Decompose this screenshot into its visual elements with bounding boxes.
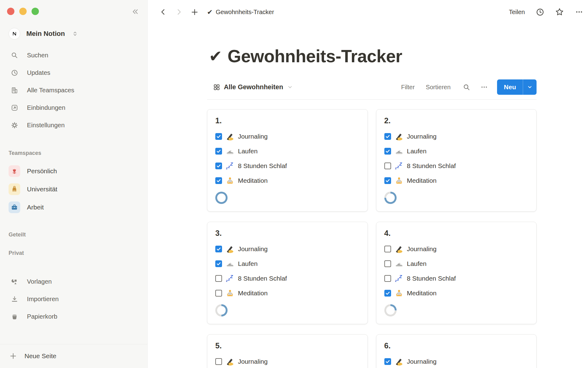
sidebar-item-universitaet[interactable]: Universität [5,181,142,197]
new-entry-split-button: Neu [497,79,537,95]
topbar: ✔ Gewohnheits-Tracker Teilen [148,0,588,24]
habit-checkbox[interactable] [384,246,391,252]
sidebar-item-einstellungen[interactable]: Einstellungen [5,117,142,133]
card-title[interactable]: 2. [384,116,529,126]
cards-grid: 1.JournalingLaufen8 Stunden SchlafMedita… [207,109,537,368]
sidebar-item-label: Updates [27,69,50,76]
card-title[interactable]: 1. [215,116,360,126]
close-window-button[interactable] [7,8,14,15]
writing-hand-icon [226,132,234,140]
updates-clock-button[interactable] [535,7,545,17]
habit-row: Laufen [384,144,529,159]
habit-checkbox[interactable] [215,275,222,282]
habit-checkbox[interactable] [215,133,222,140]
tulip-icon [9,165,20,177]
habit-checkbox[interactable] [384,133,391,140]
toolbar-divider [207,99,537,100]
teamspace-label: Universität [27,186,57,193]
sidebar-item-arbeit[interactable]: Arbeit [5,199,142,216]
habit-checkbox[interactable] [384,358,391,365]
new-entry-dropdown-button[interactable] [523,79,537,95]
sidebar: Mein Notion Suchen Updates [0,0,148,368]
sidebar-item-papierkorb[interactable]: Papierkorb [5,309,142,324]
double-chevron-left-icon [130,7,140,16]
habit-checkbox[interactable] [384,163,391,169]
window-controls [7,8,39,15]
sidebar-item-label: Suchen [27,52,48,59]
habit-checkbox[interactable] [384,177,391,184]
habit-row: 8 Stunden Schlaf [384,271,529,286]
sidebar-item-suchen[interactable]: Suchen [5,47,142,63]
habit-card[interactable]: 1.JournalingLaufen8 Stunden SchlafMedita… [207,109,368,212]
progress-ring-icon [215,304,228,316]
new-entry-button[interactable]: Neu [497,79,523,95]
habit-label: Meditation [407,177,437,184]
card-title[interactable]: 6. [384,341,529,351]
private-section-header[interactable]: Privat [9,250,142,257]
habit-card[interactable]: 5.JournalingLaufen8 Stunden SchlafMedita… [207,334,368,368]
add-page-button[interactable] [190,7,199,17]
habit-checkbox[interactable] [384,275,391,282]
favorite-star-button[interactable] [555,7,564,17]
view-selector[interactable]: Alle Gewohnheiten [213,83,293,91]
database-more-options-button[interactable] [479,82,489,92]
habit-row: Laufen [215,144,360,159]
minimize-window-button[interactable] [19,8,27,15]
share-button[interactable]: Teilen [509,9,525,16]
forward-button[interactable] [174,7,183,17]
card-title[interactable]: 3. [215,229,360,239]
chevron-down-icon [527,84,533,90]
breadcrumb[interactable]: ✔ Gewohnheits-Tracker [205,7,277,17]
habit-row: Journaling [215,242,360,256]
page-content: ✔ Gewohnheits-Tracker Alle Gewohnheiten [207,24,537,368]
sidebar-item-einbindungen[interactable]: Einbindungen [5,100,142,116]
habit-checkbox[interactable] [215,177,222,184]
backpack-icon [9,183,20,195]
workspace-switcher[interactable]: Mein Notion [5,27,142,40]
back-button[interactable] [159,7,168,17]
habit-label: Journaling [238,245,268,253]
habit-checkbox[interactable] [215,358,222,365]
habit-checkbox[interactable] [384,260,391,267]
habit-row: Journaling [384,242,529,256]
habit-checkbox[interactable] [215,246,222,252]
running-shoe-icon [226,260,234,268]
sidebar-item-alle-teamspaces[interactable]: Alle Teamspaces [5,82,142,98]
habit-checkbox[interactable] [384,290,391,297]
habit-checkbox[interactable] [215,260,222,267]
habit-checkbox[interactable] [215,148,222,155]
more-options-button[interactable] [575,7,584,17]
shared-section-header[interactable]: Geteilt [9,232,142,239]
gallery-view-icon [213,84,220,91]
habit-checkbox[interactable] [215,290,222,297]
collapse-sidebar-button[interactable] [130,7,140,17]
habit-card[interactable]: 4.JournalingLaufen8 Stunden SchlafMedita… [376,222,537,324]
sort-button[interactable]: Sortieren [426,84,450,91]
habit-row: Journaling [215,129,360,144]
writing-hand-icon [226,358,234,366]
sidebar-item-persoenlich[interactable]: Persönlich [5,163,142,179]
clock-icon [9,67,20,79]
zoom-window-button[interactable] [32,8,39,15]
teamspace-label: Persönlich [27,167,57,175]
filter-button[interactable]: Filter [401,84,415,91]
page-title[interactable]: ✔ Gewohnheits-Tracker [209,46,537,66]
search-database-button[interactable] [462,82,471,92]
chevron-down-icon [287,84,293,90]
sidebar-item-updates[interactable]: Updates [5,65,142,81]
sleep-zzz-icon [395,162,403,170]
habit-card[interactable]: 3.JournalingLaufen8 Stunden SchlafMedita… [207,222,368,324]
new-page-button[interactable]: Neue Seite [5,348,142,364]
habit-checkbox[interactable] [384,148,391,155]
templates-shapes-icon [9,276,20,287]
habit-card[interactable]: 2.JournalingLaufen8 Stunden SchlafMedita… [376,109,537,212]
card-title[interactable]: 4. [384,229,529,239]
habit-row: Journaling [384,354,529,368]
habit-card[interactable]: 6.JournalingLaufen8 Stunden SchlafMedita… [376,334,537,368]
sidebar-item-importieren[interactable]: Importieren [5,291,142,307]
card-title[interactable]: 5. [215,341,360,351]
sidebar-item-vorlagen[interactable]: Vorlagen [5,274,142,289]
habit-label: 8 Stunden Schlaf [238,275,287,282]
habit-row: Laufen [215,256,360,271]
habit-checkbox[interactable] [215,163,222,169]
